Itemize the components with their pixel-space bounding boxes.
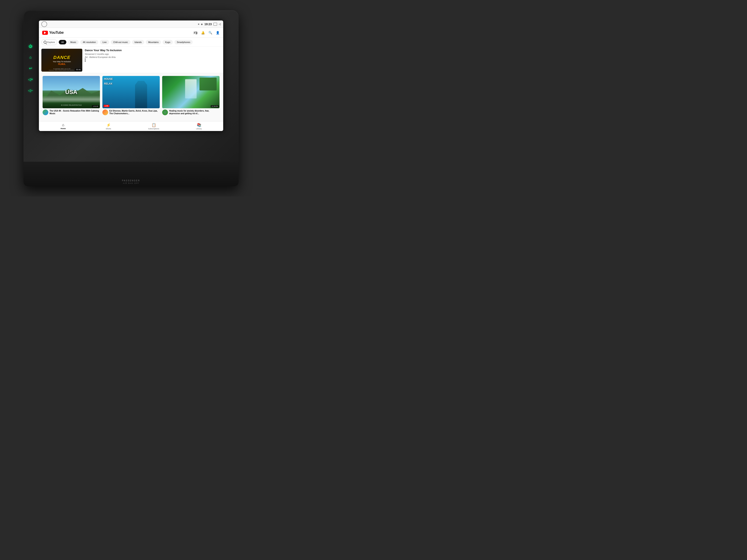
video-card-healing: 11:54:56 🎵 Healing music for anxiety dis… [161,75,221,119]
home-nav-label: Home [60,128,66,130]
waterfall-stream [185,79,197,99]
home-nav-icon: ⌂ [62,123,64,127]
usa-thumb-bg: USA 4K SCENIC RELAXATION FILM 1:01:02 [43,76,100,108]
chip-mountains[interactable]: Mountains [146,40,161,45]
home-button[interactable]: ⌂ [27,54,34,60]
home-circle-button[interactable] [41,21,47,27]
usa-card-title: The USA 4K - Scenic Relaxation Film With… [50,109,100,115]
usa-sub-text: 4K SCENIC RELAXATION FILM [43,104,100,106]
volume-up-button[interactable]: ◁+ [27,76,34,83]
chip-smartphones[interactable]: Smartphones [175,40,193,45]
video-card-house: HOUSE RELAX LIVE Ed Sh [101,75,161,119]
usa-label-text: USA [65,89,77,96]
nav-icons: ◁ [213,23,221,26]
live-badge: LIVE [104,105,109,107]
featured-thumbnail[interactable]: DANCE Your Way To Inclusion FILMUL 5 noi… [41,49,82,72]
status-icons: ∗ ◈ [198,23,203,26]
nav-back-icon[interactable]: ◁ [219,23,221,26]
volume-down-button[interactable]: ◁− [27,87,34,94]
chip-live[interactable]: Live [100,40,109,45]
screen: ∗ ◈ 19:23 ◁ YouTube [39,21,223,131]
youtube-header: YouTube 🔔 🔍 👤 [39,28,223,38]
featured-video: DANCE Your Way To Inclusion FILMUL 5 noi… [39,47,223,73]
healing-card-title: Healing music for anxiety disorders, fea… [169,109,220,115]
healing-thumb-bg: 11:54:56 [162,76,220,108]
house-label-text: HOUSE [104,78,113,80]
healing-avatar-icon: 🎵 [164,111,166,113]
usa-fog [43,96,100,103]
usa-thumbnail[interactable]: USA 4K SCENIC RELAXATION FILM 1:01:02 [43,76,100,108]
healing-avatar: 🎵 [162,109,168,115]
house-card-info: Ed Sheeran, Martin Garrix, Avicii, Kvoo,… [102,109,160,115]
featured-actions [85,60,221,60]
status-bar: ∗ ◈ 19:23 ◁ [39,21,223,28]
house-card-text: Ed Sheeran, Martin Garrix, Avicii, Kvoo,… [109,109,160,115]
chip-4k[interactable]: 4K resolution [80,40,98,45]
nav-subscriptions[interactable]: 📋 Subscriptions [131,123,176,130]
nav-library[interactable]: 📚 Library [176,123,222,130]
subscriptions-nav-label: Subscriptions [148,128,159,130]
explore-icon [44,41,47,44]
chip-kygo[interactable]: Kygo [162,40,173,45]
youtube-title: YouTube [49,30,64,35]
chip-music[interactable]: Music [68,40,79,45]
shorts-nav-label: Shorts [106,128,111,130]
house-avatar [102,109,108,115]
ad-label: Ad · Atelierul European de Arta [85,56,221,58]
chip-all[interactable]: All [59,40,66,45]
side-buttons-panel: ⏻ ⌂ ↩ ◁+ ◁− [27,43,34,94]
relax-label-text: RELAX [104,82,112,85]
house-card-title: Ed Sheeran, Martin Garrix, Avicii, Kvoo,… [109,109,160,115]
bottom-nav: ⌂ Home ⚡ Shorts 📋 Subscriptions 📚 Librar… [39,121,223,131]
library-nav-label: Library [196,128,202,130]
usa-card-info: The USA 4K - Scenic Relaxation Film With… [43,109,100,115]
healing-card-info: 🎵 Healing music for anxiety disorders, f… [162,109,220,115]
more-options-icon[interactable] [85,60,85,60]
featured-duration: 50:40 [75,69,81,71]
house-thumbnail[interactable]: HOUSE RELAX LIVE [102,76,160,108]
dashboard-surround: ⏻ ⌂ ↩ ◁+ ◁− ∗ ◈ 19:23 ◁ [24,10,238,186]
bluetooth-icon: ∗ [198,23,200,26]
back-button[interactable]: ↩ [27,65,34,72]
location-icon: ◈ [201,23,203,26]
featured-info: Dance Your Way To Inclusion Streamed 2 m… [85,49,221,72]
nav-home[interactable]: ⌂ Home [41,123,86,130]
video-grid: USA 4K SCENIC RELAXATION FILM 1:01:02 Th… [39,73,223,121]
notification-icon[interactable]: 🔔 [201,30,205,35]
power-button[interactable]: ⏻ [27,43,34,50]
usa-avatar [43,109,48,115]
healing-duration: 11:54:56 [211,105,219,107]
house-text-overlay: HOUSE [104,78,113,80]
healing-thumbnail[interactable]: 11:54:56 [162,76,220,108]
time-display: 19:23 [204,23,212,26]
subscriptions-nav-icon: 📋 [152,123,156,127]
content-area: DANCE Your Way To Inclusion FILMUL 5 noi… [39,47,223,121]
house-avatar-img [102,109,108,115]
search-icon[interactable]: 🔍 [208,30,212,35]
account-icon[interactable]: 👤 [215,30,220,35]
dance-title-text: DANCE [53,55,70,60]
status-bar-right: ∗ ◈ 19:23 ◁ [198,23,221,26]
featured-title: Dance Your Way To Inclusion [85,49,221,52]
chip-islands[interactable]: Islands [132,40,144,45]
chip-chillout[interactable]: Chill-out music [111,40,130,45]
cast-icon[interactable] [193,30,198,35]
house-thumb-bg: HOUSE RELAX LIVE [102,76,160,108]
rock-formation [200,78,217,90]
explore-button[interactable]: Explore [41,39,57,45]
filmul-text: FILMUL [58,63,66,65]
youtube-icon [42,31,48,35]
nav-shorts[interactable]: ⚡ Shorts [86,123,131,130]
usa-avatar-img [43,109,48,115]
house-bg [102,76,160,108]
ad-text: Ad · Atelierul European de Arta [85,56,115,58]
recents-icon[interactable] [213,23,217,26]
healing-card-text: Healing music for anxiety disorders, fea… [169,109,220,115]
dashboard-bottom-panel: PASSENGER AIR BAG OFF [24,162,238,186]
youtube-header-right: 🔔 🔍 👤 [193,30,220,35]
home-circle[interactable] [41,21,47,27]
usa-sky [43,76,100,90]
chips-bar: Explore All Music 4K resolution Live Chi… [39,38,223,47]
passenger-label: PASSENGER [122,180,140,182]
explore-label: Explore [47,41,55,44]
